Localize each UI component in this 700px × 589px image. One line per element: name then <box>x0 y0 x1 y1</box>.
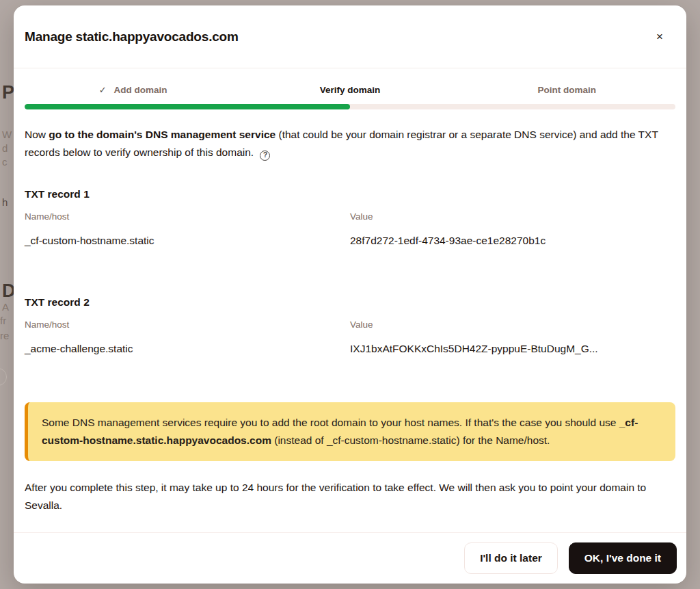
wizard-progress-bar <box>25 104 675 109</box>
background-circle-fragment <box>0 368 7 386</box>
background-text-fragment: fr <box>0 315 6 326</box>
txt-record-2-value: IXJ1bxAtFOKKxChIs5DH42Z-pyppuE-BtuDugM_G… <box>350 342 675 356</box>
ok-done-button[interactable]: OK, I've done it <box>569 542 677 574</box>
txt-record-1-name: _cf-custom-hostname.static <box>25 234 350 248</box>
wizard-progress-fill <box>25 104 350 109</box>
step-label: Add domain <box>114 85 167 96</box>
notice-text-post: (instead of _cf-custom-hostname.static) … <box>271 434 550 446</box>
close-icon[interactable]: × <box>652 27 667 47</box>
do-it-later-button[interactable]: I'll do it later <box>464 542 558 574</box>
value-column-header: Value <box>350 211 675 223</box>
name-host-column-header: Name/host <box>25 211 350 223</box>
txt-record-1-title: TXT record 1 <box>25 187 675 201</box>
step-label: Point domain <box>538 85 597 96</box>
txt-record-2-values: _acme-challenge.static IXJ1bxAtFOKKxChIs… <box>25 342 675 356</box>
txt-record-1-values: _cf-custom-hostname.static 28f7d272-1edf… <box>25 234 675 248</box>
dns-root-domain-notice: Some DNS management services require you… <box>25 402 675 461</box>
txt-record-2-name: _acme-challenge.static <box>25 342 350 356</box>
background-text-fragment: h <box>2 196 8 208</box>
background-text-fragment: W <box>2 129 12 140</box>
txt-record-1-value: 28f7d272-1edf-4734-93ae-ce1e28270b1c <box>350 234 675 248</box>
notice-text-pre: Some DNS management services require you… <box>42 417 619 428</box>
manage-domain-modal: Manage static.happyavocados.com × ✓ Add … <box>14 5 686 584</box>
step-point-domain: Point domain <box>459 85 675 96</box>
txt-record-1-headers: Name/host Value <box>25 211 675 223</box>
name-host-column-header: Name/host <box>25 319 350 331</box>
background-text-fragment: A <box>2 301 9 313</box>
check-icon: ✓ <box>99 85 107 96</box>
intro-text-pre: Now <box>25 129 49 140</box>
step-add-domain: ✓ Add domain <box>25 85 241 96</box>
txt-record-2-title: TXT record 2 <box>25 296 675 309</box>
modal-header: Manage static.happyavocados.com × <box>14 5 686 68</box>
txt-record-1: TXT record 1 Name/host Value _cf-custom-… <box>25 187 675 248</box>
verification-time-note: After you complete this step, it may tak… <box>25 479 675 514</box>
intro-text-bold: go to the domain's DNS management servic… <box>49 129 275 140</box>
background-text-fragment: P <box>2 82 14 103</box>
txt-record-2-headers: Name/host Value <box>25 319 675 331</box>
wizard-stepper: ✓ Add domain Verify domain Point domain <box>25 85 675 96</box>
background-text-fragment: re <box>0 330 9 341</box>
modal-footer: I'll do it later OK, I've done it <box>14 532 686 584</box>
txt-record-2: TXT record 2 Name/host Value _acme-chall… <box>25 296 675 356</box>
background-text-fragment: c <box>2 156 8 168</box>
value-column-header: Value <box>350 319 675 331</box>
intro-paragraph: Now go to the domain's DNS management se… <box>25 126 675 161</box>
modal-title: Manage static.happyavocados.com <box>25 29 239 44</box>
step-label: Verify domain <box>320 85 381 96</box>
step-verify-domain: Verify domain <box>241 85 458 96</box>
background-text-fragment: d <box>2 142 8 154</box>
help-icon[interactable]: ? <box>260 150 270 161</box>
modal-body: ✓ Add domain Verify domain Point domain … <box>14 68 686 532</box>
